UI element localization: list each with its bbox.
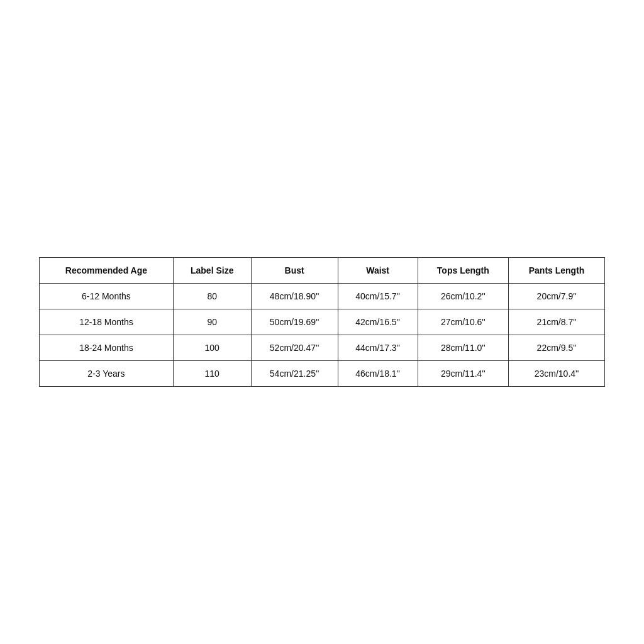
- cell-waist: 42cm/16.5'': [338, 309, 418, 335]
- header-recommended-age: Recommended Age: [40, 258, 174, 284]
- cell-age: 2-3 Years: [40, 361, 174, 387]
- table-row: 2-3 Years11054cm/21.25''46cm/18.1''29cm/…: [40, 361, 605, 387]
- header-pants-length: Pants Length: [509, 258, 605, 284]
- cell-bust: 52cm/20.47'': [251, 335, 338, 361]
- cell-tops-length: 26cm/10.2'': [418, 284, 509, 309]
- header-label-size: Label Size: [173, 258, 251, 284]
- table-row: 6-12 Months8048cm/18.90''40cm/15.7''26cm…: [40, 284, 605, 309]
- header-waist: Waist: [338, 258, 418, 284]
- cell-pants-length: 21cm/8.7'': [509, 309, 605, 335]
- cell-age: 6-12 Months: [40, 284, 174, 309]
- cell-pants-length: 22cm/9.5'': [509, 335, 605, 361]
- table-row: 12-18 Months9050cm/19.69''42cm/16.5''27c…: [40, 309, 605, 335]
- cell-label-size: 100: [173, 335, 251, 361]
- size-chart-table: Recommended Age Label Size Bust Waist To…: [39, 257, 605, 387]
- table-header-row: Recommended Age Label Size Bust Waist To…: [40, 258, 605, 284]
- cell-tops-length: 29cm/11.4'': [418, 361, 509, 387]
- cell-pants-length: 20cm/7.9'': [509, 284, 605, 309]
- cell-tops-length: 28cm/11.0'': [418, 335, 509, 361]
- size-chart-container: Recommended Age Label Size Bust Waist To…: [39, 257, 605, 387]
- cell-label-size: 80: [173, 284, 251, 309]
- cell-waist: 40cm/15.7'': [338, 284, 418, 309]
- cell-bust: 54cm/21.25'': [251, 361, 338, 387]
- cell-tops-length: 27cm/10.6'': [418, 309, 509, 335]
- header-bust: Bust: [251, 258, 338, 284]
- cell-age: 12-18 Months: [40, 309, 174, 335]
- table-row: 18-24 Months10052cm/20.47''44cm/17.3''28…: [40, 335, 605, 361]
- cell-pants-length: 23cm/10.4'': [509, 361, 605, 387]
- header-tops-length: Tops Length: [418, 258, 509, 284]
- cell-bust: 48cm/18.90'': [251, 284, 338, 309]
- cell-bust: 50cm/19.69'': [251, 309, 338, 335]
- cell-waist: 46cm/18.1'': [338, 361, 418, 387]
- cell-label-size: 90: [173, 309, 251, 335]
- cell-waist: 44cm/17.3'': [338, 335, 418, 361]
- cell-label-size: 110: [173, 361, 251, 387]
- cell-age: 18-24 Months: [40, 335, 174, 361]
